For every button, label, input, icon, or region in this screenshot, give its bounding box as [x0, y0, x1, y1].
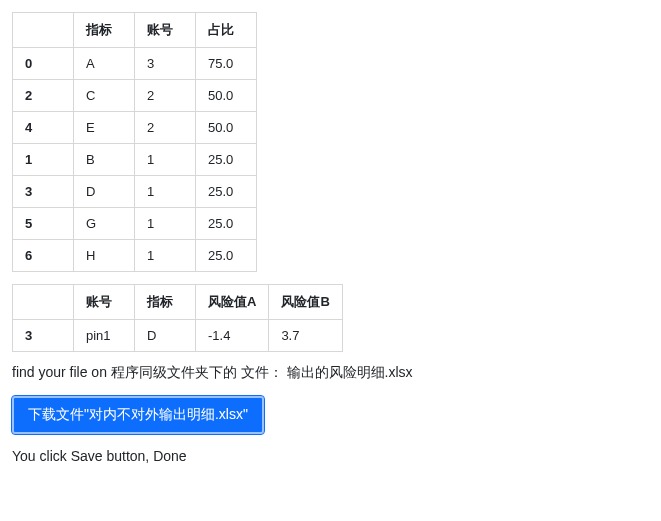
risk-table: 账号 指标 风险值A 风险值B 3 pin1 D -1.4 3.7: [12, 284, 343, 352]
row-index: 2: [13, 80, 74, 112]
col-header: 风险值B: [269, 285, 342, 320]
cell: 25.0: [196, 144, 257, 176]
cell: D: [135, 320, 196, 352]
cell: 3: [135, 48, 196, 80]
cell: 50.0: [196, 112, 257, 144]
table-row: 2 C 2 50.0: [13, 80, 257, 112]
cell: 1: [135, 208, 196, 240]
table-row: 6 H 1 25.0: [13, 240, 257, 272]
cell: 1: [135, 144, 196, 176]
cell: D: [74, 176, 135, 208]
cell: E: [74, 112, 135, 144]
row-index: 3: [13, 320, 74, 352]
table-row: 4 E 2 50.0: [13, 112, 257, 144]
cell: 75.0: [196, 48, 257, 80]
cell: 3.7: [269, 320, 342, 352]
row-index: 5: [13, 208, 74, 240]
table-row: 0 A 3 75.0: [13, 48, 257, 80]
cell: -1.4: [196, 320, 269, 352]
summary-table: 指标 账号 占比 0 A 3 75.0 2 C 2 50.0 4 E 2 50.…: [12, 12, 257, 272]
col-header: 风险值A: [196, 285, 269, 320]
cell: 50.0: [196, 80, 257, 112]
row-index: 4: [13, 112, 74, 144]
download-button[interactable]: 下载文件"对内不对外输出明细.xlsx": [12, 396, 264, 434]
cell: 25.0: [196, 176, 257, 208]
cell: 25.0: [196, 240, 257, 272]
col-header: 指标: [74, 13, 135, 48]
index-header: [13, 285, 74, 320]
cell: 2: [135, 80, 196, 112]
cell: B: [74, 144, 135, 176]
index-header: [13, 13, 74, 48]
col-header: 占比: [196, 13, 257, 48]
file-location-text: find your file on 程序同级文件夹下的 文件： 输出的风险明细.…: [12, 364, 649, 382]
table-row: 3 pin1 D -1.4 3.7: [13, 320, 343, 352]
row-index: 1: [13, 144, 74, 176]
row-index: 6: [13, 240, 74, 272]
cell: 1: [135, 240, 196, 272]
cell: H: [74, 240, 135, 272]
table-row: 1 B 1 25.0: [13, 144, 257, 176]
cell: 2: [135, 112, 196, 144]
cell: 1: [135, 176, 196, 208]
row-index: 3: [13, 176, 74, 208]
cell: A: [74, 48, 135, 80]
table-row: 5 G 1 25.0: [13, 208, 257, 240]
cell: G: [74, 208, 135, 240]
cell: 25.0: [196, 208, 257, 240]
cell: C: [74, 80, 135, 112]
cell: pin1: [74, 320, 135, 352]
col-header: 指标: [135, 285, 196, 320]
col-header: 账号: [74, 285, 135, 320]
col-header: 账号: [135, 13, 196, 48]
done-text: You click Save button, Done: [12, 448, 649, 464]
row-index: 0: [13, 48, 74, 80]
table-row: 3 D 1 25.0: [13, 176, 257, 208]
